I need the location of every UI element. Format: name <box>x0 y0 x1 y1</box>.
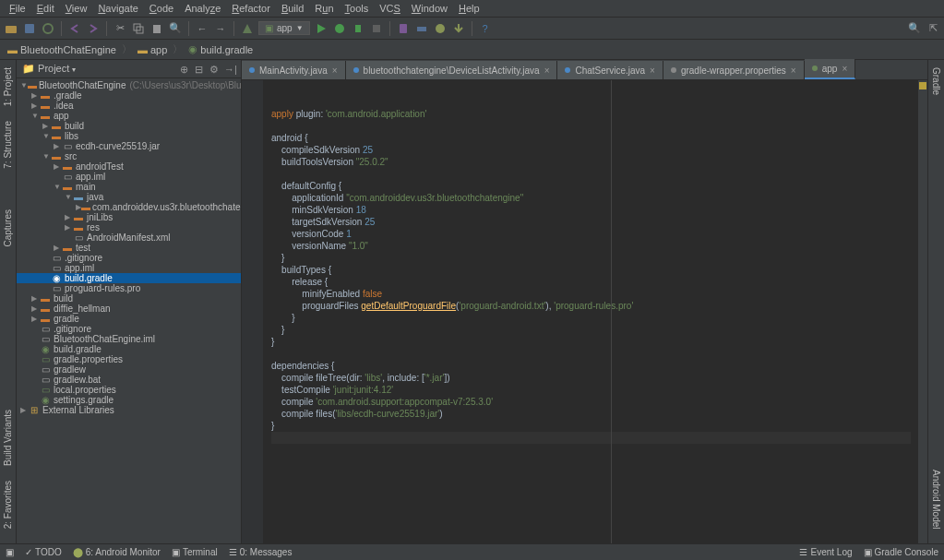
project-view-combo[interactable]: 📁 Project ▾ <box>22 63 76 75</box>
settings-icon[interactable]: ⚙ <box>209 64 221 75</box>
editor-tab[interactable]: gradle-wrapper.properties× <box>663 61 805 79</box>
tree-settingsgradle[interactable]: ◉settings.gradle <box>17 395 241 405</box>
menu-edit[interactable]: Edit <box>31 3 60 14</box>
open-icon[interactable] <box>4 21 18 36</box>
close-tab-icon[interactable]: × <box>544 66 550 76</box>
editor-tab[interactable]: app× <box>805 59 856 79</box>
tree-androidtest-dir[interactable]: ▶▬androidTest <box>17 161 241 172</box>
tree-gradlewbat[interactable]: ▭gradlew.bat <box>17 375 241 385</box>
menu-file[interactable]: File <box>4 3 31 14</box>
tool-window-icon[interactable]: ▣ <box>6 547 14 557</box>
undo-icon[interactable] <box>67 21 82 36</box>
tab-project[interactable]: 1: Project <box>2 64 14 110</box>
tree-gitignore2[interactable]: ▭.gitignore <box>17 324 241 334</box>
close-tab-icon[interactable]: × <box>332 66 338 76</box>
stop-icon[interactable] <box>369 21 384 36</box>
menu-analyze[interactable]: Analyze <box>179 3 226 14</box>
editor-gutter[interactable] <box>242 80 264 543</box>
menu-build[interactable]: Build <box>276 3 309 14</box>
bottom-android-monitor[interactable]: ⬤ 6: Android Monitor <box>73 547 161 557</box>
search-everywhere-icon[interactable]: 🔍 <box>907 21 922 36</box>
tree-buildgradle2[interactable]: ◉build.gradle <box>17 344 241 354</box>
tab-android-model[interactable]: Android Model <box>930 466 942 532</box>
menu-vcs[interactable]: VCS <box>374 3 406 14</box>
tree-proguard[interactable]: ▭proguard-rules.pro <box>17 283 241 293</box>
run-config-combo[interactable]: ▣ app ▼ <box>258 21 310 35</box>
menu-tools[interactable]: Tools <box>340 3 375 14</box>
menu-run[interactable]: Run <box>309 3 339 14</box>
tree-build-dir[interactable]: ▶▬build <box>17 121 241 131</box>
bottom-gradle-console[interactable]: ▣ Gradle Console <box>864 547 938 557</box>
cut-icon[interactable]: ✂ <box>113 21 127 36</box>
menu-help[interactable]: Help <box>453 3 485 14</box>
bottom-todo[interactable]: ✓ TODO <box>25 547 62 557</box>
marker-strip[interactable] <box>918 80 927 543</box>
menu-refactor[interactable]: Refactor <box>226 3 276 14</box>
debug-icon[interactable] <box>332 21 347 36</box>
tab-build-variants[interactable]: Build Variants <box>2 406 14 470</box>
tree-gradlew[interactable]: ▭gradlew <box>17 364 241 375</box>
sync-icon[interactable] <box>41 21 55 36</box>
tree-ecdh-jar[interactable]: ▶▭ecdh-curve25519.jar <box>17 141 241 151</box>
tree-idea-dir[interactable]: ▶▬.idea <box>17 101 241 111</box>
tree-gitignore[interactable]: ▭.gitignore <box>17 253 241 263</box>
back-icon[interactable]: ← <box>195 21 209 36</box>
crumb-project[interactable]: ▬BluetoothChatEngine <box>6 44 118 55</box>
tree-jnilibs-dir[interactable]: ▶▬jniLibs <box>17 212 241 222</box>
project-tree[interactable]: ▼▬BluetoothChatEngine(C:\Users\us3r\Desk… <box>17 78 241 543</box>
crumb-module[interactable]: ▬app <box>136 44 169 55</box>
tree-appiml[interactable]: ▭app.iml <box>17 172 241 182</box>
tree-localprops[interactable]: ▭local.properties <box>17 385 241 395</box>
tab-gradle[interactable]: Gradle <box>930 64 942 99</box>
save-icon[interactable] <box>22 21 37 36</box>
tab-structure[interactable]: 7: Structure <box>2 117 14 173</box>
tree-gradle2[interactable]: ▶▬gradle <box>17 314 241 324</box>
editor-tab[interactable]: bluetoothchatengine\DeviceListActivity.j… <box>346 61 558 79</box>
tree-gradleprops[interactable]: ▭gradle.properties <box>17 354 241 364</box>
close-tab-icon[interactable]: × <box>791 66 796 76</box>
close-tab-icon[interactable]: × <box>650 66 655 76</box>
tree-test-dir[interactable]: ▶▬test <box>17 243 241 253</box>
crumb-file[interactable]: ◉build.gradle <box>186 43 255 55</box>
menu-view[interactable]: View <box>60 3 93 14</box>
paste-icon[interactable] <box>149 21 164 36</box>
sdk-icon[interactable] <box>414 21 429 36</box>
forward-icon[interactable]: → <box>213 21 228 36</box>
tree-buildgradle[interactable]: ◉build.gradle <box>17 273 241 283</box>
warning-marker[interactable] <box>919 82 926 89</box>
tree-gradle-dir[interactable]: ▶▬.gradle <box>17 90 241 101</box>
attach-icon[interactable] <box>351 21 365 36</box>
help-icon[interactable]: ? <box>478 21 493 36</box>
tree-appiml2[interactable]: ▭app.iml <box>17 263 241 273</box>
editor-tab[interactable]: ChatService.java× <box>557 61 663 79</box>
close-tab-icon[interactable]: × <box>842 64 847 74</box>
avd-icon[interactable] <box>396 21 411 36</box>
tab-captures[interactable]: Captures <box>2 206 14 251</box>
redo-icon[interactable] <box>86 21 101 36</box>
bottom-messages[interactable]: ☰ 0: Messages <box>229 547 293 557</box>
editor-tab[interactable]: MainActivity.java× <box>242 61 346 79</box>
tree-bceiml[interactable]: ▭BluetoothChatEngine.iml <box>17 334 241 344</box>
scroll-to-icon[interactable]: ⊕ <box>180 64 191 75</box>
make-icon[interactable] <box>240 21 255 36</box>
tree-libs-dir[interactable]: ▼▬libs <box>17 131 241 141</box>
expand-icon[interactable]: ⇱ <box>926 21 940 36</box>
tree-diffie[interactable]: ▶▬diffie_hellman <box>17 304 241 314</box>
tab-favorites[interactable]: 2: Favorites <box>2 477 14 532</box>
tree-main-dir[interactable]: ▼▬main <box>17 182 241 192</box>
code-editor[interactable]: apply plugin: 'com.android.application' … <box>264 80 918 543</box>
menu-navigate[interactable]: Navigate <box>92 3 143 14</box>
bottom-event-log[interactable]: ☰ Event Log <box>799 547 852 557</box>
tree-app-dir[interactable]: ▼▬app <box>17 111 241 121</box>
tree-java-dir[interactable]: ▼▬java <box>17 192 241 202</box>
run-icon[interactable] <box>314 21 329 36</box>
android-icon[interactable] <box>433 21 448 36</box>
collapse-icon[interactable]: ⊟ <box>195 64 206 75</box>
find-icon[interactable]: 🔍 <box>168 21 183 36</box>
menu-window[interactable]: Window <box>406 3 453 14</box>
tree-root[interactable]: ▼▬BluetoothChatEngine(C:\Users\us3r\Desk… <box>17 80 241 90</box>
tree-manifest[interactable]: ▭AndroidManifest.xml <box>17 232 241 243</box>
bottom-terminal[interactable]: ▣ Terminal <box>172 547 218 557</box>
tree-build2[interactable]: ▶▬build <box>17 293 241 304</box>
menu-code[interactable]: Code <box>144 3 179 14</box>
